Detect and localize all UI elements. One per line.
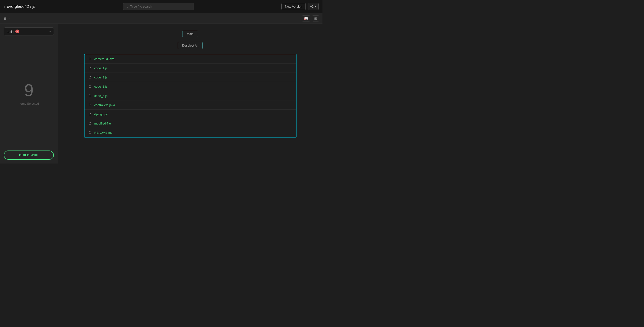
top-header: ‹ everglade42 / js ⌕ New Version v2 ▾ xyxy=(0,0,322,13)
items-selected-section: 9 Items Selected xyxy=(4,39,54,147)
toolbar-left: 🖥 › xyxy=(3,16,10,21)
header-right: New Version v2 ▾ xyxy=(282,3,319,10)
monitor-icon[interactable]: 🖥 xyxy=(3,16,7,21)
sidebar: main ✕ ▾ 9 Items Selected BUILD WIKI xyxy=(0,24,58,164)
version-button[interactable]: v2 ▾ xyxy=(308,3,319,10)
file-list-container: 🗋camera3d.java🗋code_1.js🗋code_2.js🗋code_… xyxy=(84,54,296,138)
deselect-all-button[interactable]: Deselect All xyxy=(178,42,203,49)
search-icon: ⌕ xyxy=(126,5,128,8)
search-bar[interactable]: ⌕ xyxy=(123,3,194,10)
file-name: code_3.js xyxy=(94,85,108,88)
branch-chevron-icon: ▾ xyxy=(49,30,51,33)
file-icon: 🗋 xyxy=(88,75,92,79)
file-area: main Deselect All 🗋camera3d.java🗋code_1.… xyxy=(58,24,322,164)
file-icon: 🗋 xyxy=(88,112,92,116)
items-label: Items Selected xyxy=(19,102,39,105)
file-item[interactable]: 🗋camera3d.java xyxy=(84,54,296,64)
file-name: django.py xyxy=(94,113,108,116)
breadcrumb-chevron-icon: › xyxy=(8,17,10,20)
file-name: code_2.js xyxy=(94,76,108,79)
file-item[interactable]: 🗋code_3.js xyxy=(84,82,296,91)
back-arrow-icon[interactable]: ‹ xyxy=(4,5,5,9)
main-content: main ✕ ▾ 9 Items Selected BUILD WIKI mai… xyxy=(0,24,322,164)
branch-selector-left: main ✕ xyxy=(7,30,19,33)
version-label: v2 xyxy=(310,5,314,8)
branch-badge: main xyxy=(182,31,198,37)
file-item[interactable]: 🗋modified-file xyxy=(84,119,296,128)
branch-close-icon[interactable]: ✕ xyxy=(15,30,19,33)
file-name: controllers.java xyxy=(94,103,115,107)
file-name: modified-file xyxy=(94,122,111,125)
file-icon: 🗋 xyxy=(88,121,92,125)
file-item[interactable]: 🗋controllers.java xyxy=(84,100,296,110)
file-icon: 🗋 xyxy=(88,57,92,61)
second-toolbar: 🖥 › 📖 ⊞ xyxy=(0,13,322,24)
file-item[interactable]: 🗋README.md xyxy=(84,128,296,137)
file-name: code_4.js xyxy=(94,94,108,98)
build-wiki-button[interactable]: BUILD WIKI xyxy=(4,151,54,160)
file-icon: 🗋 xyxy=(88,85,92,88)
layout-icon-button[interactable]: ⊞ xyxy=(312,15,319,22)
version-chevron-icon: ▾ xyxy=(314,5,316,8)
new-version-button[interactable]: New Version xyxy=(282,3,306,10)
file-item[interactable]: 🗋code_2.js xyxy=(84,73,296,82)
breadcrumb-title: everglade42 / js xyxy=(7,4,35,9)
file-icon: 🗋 xyxy=(88,94,92,98)
toolbar-right: 📖 ⊞ xyxy=(302,15,319,22)
branch-name: main xyxy=(7,30,14,33)
file-item[interactable]: 🗋code_4.js xyxy=(84,91,296,100)
branch-selector[interactable]: main ✕ ▾ xyxy=(4,28,54,36)
file-name: camera3d.java xyxy=(94,57,114,61)
items-count: 9 xyxy=(24,81,34,100)
file-icon: 🗋 xyxy=(88,66,92,70)
header-left: ‹ everglade42 / js xyxy=(4,4,35,9)
file-icon: 🗋 xyxy=(88,131,92,134)
search-input[interactable] xyxy=(130,5,190,8)
file-item[interactable]: 🗋code_1.js xyxy=(84,64,296,73)
file-name: README.md xyxy=(94,131,112,134)
file-item[interactable]: 🗋django.py xyxy=(84,110,296,119)
file-name: code_1.js xyxy=(94,66,108,70)
file-icon: 🗋 xyxy=(88,103,92,107)
book-icon-button[interactable]: 📖 xyxy=(302,15,310,22)
